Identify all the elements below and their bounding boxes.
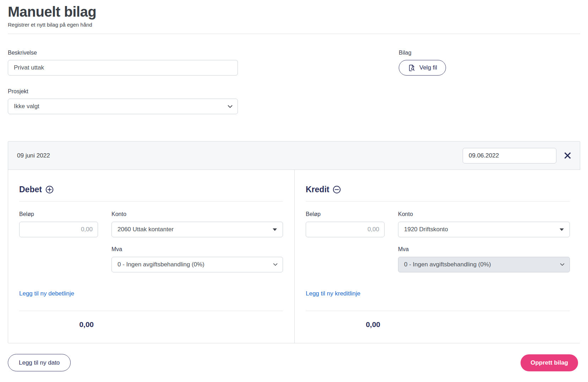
debit-account-value: 2060 Uttak kontanter [118,226,174,233]
debit-title-divider [19,201,283,201]
remove-date-button[interactable] [562,150,573,161]
credit-title-divider [306,201,570,201]
project-label: Prosjekt [8,88,580,95]
credit-vat-group: Mva 0 - Ingen avgiftsbehandling (0%) [398,246,570,272]
add-credit-line-link[interactable]: Legg til ny kreditlinje [306,290,360,297]
caret-down-icon [273,228,277,231]
credit-panel: Kredit Beløp Konto [295,170,581,343]
credit-total: 0,00 [306,320,385,329]
credit-vat-label: Mva [398,246,570,253]
debit-total-divider [19,311,283,311]
date-header-controls [463,148,573,164]
credit-vat-select[interactable]: 0 - Ingen avgiftsbehandling (0%) [398,257,570,272]
chevron-down-icon [228,105,233,108]
chevron-down-icon [273,263,278,266]
header-divider [8,34,580,34]
project-field-group: Prosjekt Ikke valgt [8,88,580,114]
credit-account-group: Konto 1920 Driftskonto Mva 0 - Ingen avg… [398,211,570,272]
debit-account-group: Konto 2060 Uttak kontanter Mva 0 - Ingen… [111,211,283,272]
credit-fields-row: Beløp Konto 1920 Driftskonto Mva 0 - Ing [306,211,570,272]
date-input[interactable] [463,148,556,164]
voucher-top-form: Beskrivelse Bilag Velg fil Prosjekt [8,50,580,114]
description-label: Beskrivelse [8,50,580,56]
manual-voucher-page: Manuelt bilag Registrer et nytt bilag på… [0,0,588,371]
choose-file-button[interactable]: Velg fil [399,60,446,76]
choose-file-button-label: Velg fil [419,64,437,71]
debit-amount-group: Beløp [19,211,98,272]
credit-title-row: Kredit [306,180,570,194]
debit-account-select[interactable]: 2060 Uttak kontanter [111,222,283,237]
close-icon [563,151,572,160]
debit-fields-row: Beløp Konto 2060 Uttak kontanter Mva 0 - [19,211,283,272]
project-select[interactable]: Ikke valgt [8,99,238,114]
plus-circle-icon[interactable] [45,185,54,194]
description-input[interactable] [8,60,238,76]
credit-title: Kredit [306,185,329,194]
file-search-icon [408,64,416,72]
credit-total-divider [306,311,570,311]
credit-amount-group: Beløp [306,211,385,272]
debit-vat-select[interactable]: 0 - Ingen avgiftsbehandling (0%) [111,257,283,272]
credit-account-select[interactable]: 1920 Driftskonto [398,222,570,237]
debit-vat-label: Mva [111,246,283,253]
credit-amount-input[interactable] [306,222,385,237]
debit-credit-panels: Debet Beløp Konto [8,170,580,343]
debit-vat-group: Mva 0 - Ingen avgiftsbehandling (0%) [111,246,283,272]
credit-amount-label: Beløp [306,211,385,217]
voucher-date-card: 09 juni 2022 Debet [8,141,580,343]
chevron-down-icon [560,263,565,266]
date-header-bar: 09 juni 2022 [8,142,580,170]
page-title: Manuelt bilag [8,4,580,20]
debit-amount-label: Beløp [19,211,98,217]
footer-actions: Legg til ny dato Opprett bilag [8,354,580,371]
description-field-group: Beskrivelse [8,50,580,76]
attachment-field-group: Bilag Velg fil [399,50,446,76]
debit-amount-input[interactable] [19,222,98,237]
caret-down-icon [560,228,564,231]
minus-circle-icon[interactable] [332,185,341,194]
credit-account-value: 1920 Driftskonto [404,226,448,233]
add-debit-line-link[interactable]: Legg til ny debetlinje [19,290,74,297]
debit-panel: Debet Beløp Konto [8,170,295,343]
debit-title: Debet [19,185,42,194]
debit-vat-value: 0 - Ingen avgiftsbehandling (0%) [118,261,205,268]
page-subtitle: Registrer et nytt bilag på egen hånd [8,22,580,28]
add-date-button[interactable]: Legg til ny dato [8,354,71,371]
date-heading: 09 juni 2022 [17,152,50,159]
create-voucher-button[interactable]: Opprett bilag [521,354,578,371]
debit-title-row: Debet [19,180,283,194]
credit-vat-value: 0 - Ingen avgiftsbehandling (0%) [404,261,491,268]
project-selected-option: Ikke valgt [14,103,39,110]
attachment-label: Bilag [399,50,446,56]
debit-account-label: Konto [111,211,283,217]
credit-account-label: Konto [398,211,570,217]
debit-total: 0,00 [19,320,98,329]
